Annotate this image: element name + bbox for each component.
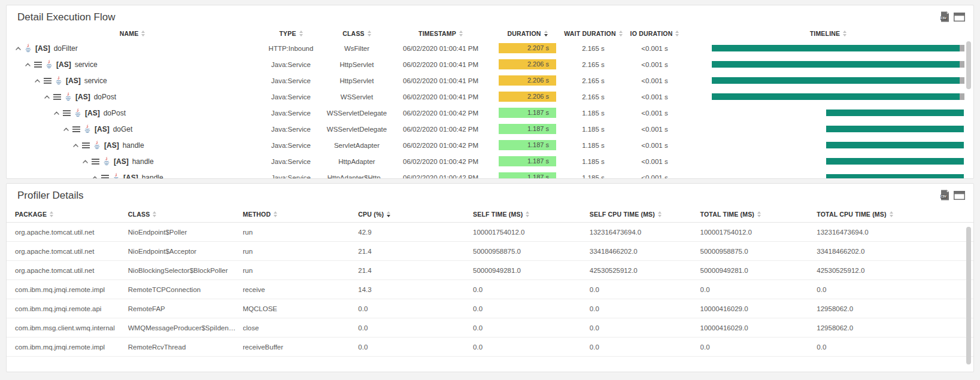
column-header-io-duration[interactable]: IO DURATION	[623, 30, 686, 37]
menu-icon[interactable]	[101, 175, 109, 179]
column-header-self-cpu-time-ms[interactable]: SELF CPU TIME (MS)	[590, 211, 700, 218]
vertical-scrollbar[interactable]	[966, 41, 971, 89]
column-label: CPU (%)	[358, 211, 384, 218]
chevron-up-icon[interactable]	[25, 63, 31, 66]
execution-flow-row[interactable]: [AS]serviceJava:ServiceHttpServlet06/02/…	[7, 56, 973, 72]
name-prefix: [AS]	[104, 141, 119, 150]
column-header-class[interactable]: CLASS	[324, 30, 390, 37]
cell-cpu-percent: 21.4	[358, 248, 473, 255]
chevron-up-icon[interactable]	[63, 127, 69, 131]
open-in-window-button[interactable]	[954, 191, 965, 200]
cell-io-duration: <0.001 s	[623, 61, 686, 68]
cell-package: com.ibm.msg.client.wmq.internal	[15, 324, 128, 332]
chevron-up-icon[interactable]	[35, 79, 40, 83]
table-row[interactable]: com.ibm.mq.jmqi.remote.implRemoteTCPConn…	[7, 280, 973, 299]
execution-flow-row[interactable]: [AS]handleJava:ServiceHttpAdapter06/02/2…	[7, 153, 973, 169]
menu-icon[interactable]	[72, 126, 80, 132]
cell-cpu-percent: 0.0	[358, 324, 473, 332]
csv-file-icon: CSV	[940, 190, 949, 200]
sort-icon	[658, 211, 662, 217]
table-row[interactable]: com.ibm.msg.client.wmq.internalWMQMessag…	[7, 318, 973, 338]
cell-duration: 2.206 s	[491, 75, 563, 86]
menu-icon[interactable]	[53, 94, 61, 100]
duration-badge: 2.206 s	[499, 59, 556, 69]
execution-flow-row[interactable]: [AS]handleJava:ServiceServletAdapter06/0…	[7, 137, 973, 153]
open-in-window-button[interactable]	[954, 13, 965, 22]
column-header-cpu[interactable]: CPU (%)	[358, 211, 473, 218]
cell-io-duration: <0.001 s	[623, 77, 686, 84]
cell-self-time: 100001754012.0	[473, 229, 590, 236]
cell-type: Java:Service	[258, 77, 324, 84]
menu-icon[interactable]	[44, 78, 51, 84]
name-prefix: [AS]	[66, 77, 81, 85]
column-header-package[interactable]: PACKAGE	[15, 211, 128, 218]
column-header-class[interactable]: CLASS	[128, 211, 243, 218]
sort-icon	[299, 31, 303, 37]
export-csv-button[interactable]: CSV	[940, 11, 949, 22]
execution-flow-toolbar: CSV	[940, 11, 965, 22]
chevron-up-icon[interactable]	[16, 47, 21, 50]
chevron-up-icon[interactable]	[44, 95, 50, 99]
column-label: TYPE	[279, 30, 296, 37]
column-header-duration[interactable]: DURATION	[491, 30, 563, 37]
column-label: SELF CPU TIME (MS)	[590, 211, 655, 218]
execution-flow-row[interactable]: [AS]serviceJava:ServiceHttpServlet06/02/…	[7, 72, 973, 89]
vertical-scrollbar[interactable]	[966, 227, 971, 364]
column-label: METHOD	[243, 211, 271, 218]
sort-icon	[387, 211, 390, 217]
chevron-up-icon[interactable]	[83, 160, 88, 163]
chevron-up-icon[interactable]	[73, 144, 78, 147]
column-header-timeline[interactable]: TIMELINE	[686, 30, 970, 37]
cell-package: com.ibm.mq.jmqi.remote.impl	[15, 343, 128, 351]
cell-name: [AS]service	[7, 76, 258, 85]
column-header-total-time-ms[interactable]: TOTAL TIME (MS)	[700, 211, 817, 218]
cell-class: ServletAdapter	[324, 142, 390, 149]
cell-method: receiveBuffer	[243, 343, 359, 351]
cell-self-time: 0.0	[473, 286, 590, 293]
cell-type: HTTP:Inbound	[258, 45, 324, 52]
export-csv-button[interactable]: CSV	[940, 190, 949, 200]
cell-timeline	[686, 105, 970, 121]
cell-cpu-percent: 42.9	[358, 229, 473, 236]
execution-flow-row[interactable]: [AS]doPostJava:ServiceWSServletDelegate0…	[7, 105, 973, 121]
cell-package: com.ibm.mq.jmqi.remote.impl	[15, 286, 128, 293]
column-header-wait-duration[interactable]: WAIT DURATION	[563, 30, 623, 37]
sort-icon	[757, 211, 761, 217]
chevron-up-icon[interactable]	[92, 176, 98, 179]
column-header-method[interactable]: METHOD	[243, 211, 359, 218]
cell-total-cpu-time: 12958062.0	[817, 324, 973, 332]
column-header-total-cpu-time-ms[interactable]: TOTAL CPU TIME (MS)	[817, 211, 973, 218]
column-header-timestamp[interactable]: TIMESTAMP	[390, 30, 491, 37]
cell-name: [AS]doGet	[7, 124, 258, 133]
table-row[interactable]: com.ibm.mq.jmqi.remote.implRemoteRcvThre…	[7, 338, 973, 357]
sort-icon	[50, 211, 53, 217]
cell-total-time: 100001754012.0	[700, 229, 817, 236]
chevron-up-icon[interactable]	[54, 111, 59, 115]
cell-cpu-percent: 0.0	[358, 305, 473, 312]
execution-flow-row[interactable]: [AS]doFilterHTTP:InboundWsFilter06/02/20…	[7, 40, 973, 56]
name-label: service	[75, 60, 98, 69]
table-row[interactable]: org.apache.tomcat.util.netNioEndpoint$Po…	[7, 223, 973, 242]
cell-self-cpu-time: 132316473694.0	[590, 229, 700, 236]
menu-icon[interactable]	[34, 62, 42, 68]
execution-flow-row[interactable]: [AS]doPostJava:ServiceWSServlet06/02/202…	[7, 89, 973, 105]
column-header-type[interactable]: TYPE	[258, 30, 324, 37]
duration-badge: 1.187 s	[499, 124, 556, 134]
table-row[interactable]: org.apache.tomcat.util.netNioBlockingSel…	[7, 261, 973, 280]
table-row[interactable]: org.apache.tomcat.util.netNioEndpoint$Ac…	[7, 242, 973, 261]
menu-icon[interactable]	[82, 142, 90, 148]
cell-type: Java:Service	[258, 110, 324, 117]
profiler-details-panel: Profiler Details CSV PACKAGECLASSMETHODC…	[6, 183, 974, 372]
name-prefix: [AS]	[114, 157, 129, 166]
column-header-self-time-ms[interactable]: SELF TIME (MS)	[473, 211, 590, 218]
timeline-bar	[712, 45, 960, 51]
execution-flow-row[interactable]: [AS]doGetJava:ServiceWSServletDelegate06…	[7, 121, 973, 137]
cell-class: HttpServlet	[324, 77, 390, 84]
menu-icon[interactable]	[63, 110, 71, 116]
cell-duration: 1.187 s	[491, 108, 563, 118]
execution-flow-row[interactable]: [AS]handleJava:ServiceHttpAdapter$Http..…	[7, 169, 973, 178]
table-row[interactable]: com.ibm.mq.jmqi.remote.apiRemoteFAPMQCLO…	[7, 299, 973, 318]
menu-icon[interactable]	[92, 159, 99, 165]
column-header-name[interactable]: NAME	[7, 30, 258, 37]
cell-class: RemoteFAP	[128, 305, 243, 312]
